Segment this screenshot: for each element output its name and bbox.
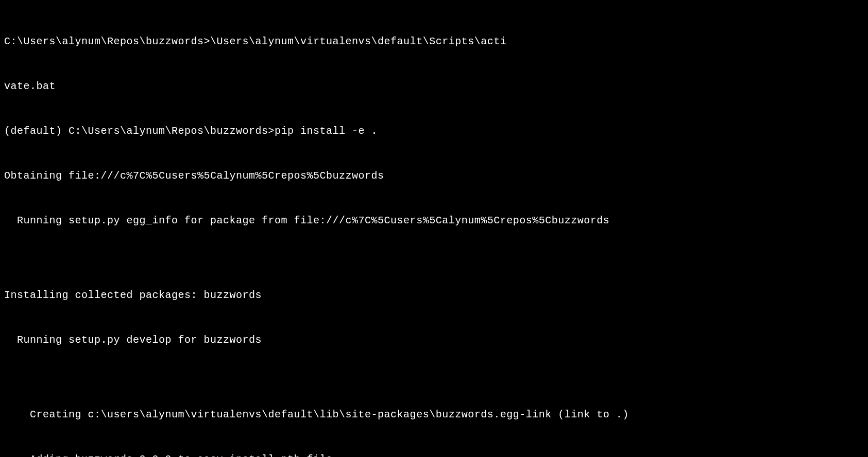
terminal-line: C:\Users\alynum\Repos\buzzwords>\Users\a…: [4, 34, 864, 49]
terminal-line: Running setup.py develop for buzzwords: [4, 332, 864, 347]
terminal-window[interactable]: C:\Users\alynum\Repos\buzzwords>\Users\a…: [4, 4, 864, 457]
terminal-line: Running setup.py egg_info for package fr…: [4, 213, 864, 228]
terminal-line: (default) C:\Users\alynum\Repos\buzzword…: [4, 124, 864, 138]
terminal-line: Obtaining file:///c%7C%5Cusers%5Calynum%…: [4, 168, 864, 183]
terminal-line: vate.bat: [4, 79, 864, 94]
terminal-line: Adding buzzwords 0.0.0 to easy-install.p…: [4, 452, 864, 457]
terminal-line: Installing collected packages: buzzwords: [4, 288, 864, 303]
terminal-line: Creating c:\users\alynum\virtualenvs\def…: [4, 407, 864, 422]
